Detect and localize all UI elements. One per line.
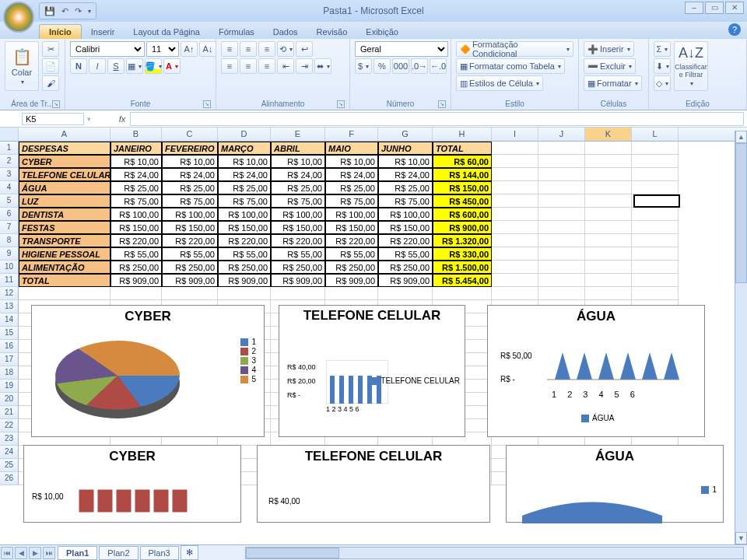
- font-size-select[interactable]: 11: [146, 41, 179, 57]
- qat-dropdown-icon[interactable]: ▾: [88, 8, 91, 15]
- merge-icon[interactable]: ⬌: [314, 58, 331, 74]
- scroll-down-icon[interactable]: ▼: [735, 532, 747, 544]
- orientation-icon[interactable]: ⟲: [277, 41, 294, 57]
- tab-nav-next[interactable]: ▶: [29, 547, 41, 559]
- font-name-select[interactable]: Calibri: [70, 41, 145, 57]
- chart-telefone[interactable]: TELEFONE CELULAR R$ 40,00 R$ 20,00 R$ - …: [279, 305, 465, 437]
- scrollbar-horizontal[interactable]: [245, 547, 744, 559]
- wrap-text-icon[interactable]: ↩: [296, 41, 313, 57]
- align-center-icon[interactable]: ≡: [240, 58, 257, 74]
- sheet-tab-plan1[interactable]: Plan1: [58, 546, 97, 560]
- col-head[interactable]: C: [162, 128, 218, 141]
- comma-icon[interactable]: 000: [392, 58, 409, 74]
- cell-styles-button[interactable]: ▥ Estilos de Célula: [456, 75, 543, 91]
- font-launcher[interactable]: ↘: [203, 100, 211, 108]
- col-head[interactable]: D: [218, 128, 271, 141]
- select-all-corner[interactable]: [0, 128, 19, 141]
- help-icon[interactable]: ?: [728, 23, 741, 36]
- align-top-icon[interactable]: ≡: [221, 41, 238, 57]
- tab-inicio[interactable]: Início: [39, 24, 82, 39]
- bold-button[interactable]: N: [70, 58, 87, 74]
- format-painter-icon[interactable]: 🖌: [42, 75, 59, 91]
- fx-icon[interactable]: fx: [114, 114, 130, 124]
- chart-cyber-bar[interactable]: CYBER R$ 10,00: [23, 445, 241, 523]
- tab-nav-last[interactable]: ⏭: [43, 547, 55, 559]
- name-box[interactable]: K5: [22, 113, 84, 125]
- align-bottom-icon[interactable]: ≡: [258, 41, 275, 57]
- scroll-thumb[interactable]: [246, 548, 339, 558]
- inc-decimal-icon[interactable]: .0→: [411, 58, 428, 74]
- chart-telefone-2[interactable]: TELEFONE CELULAR R$ 40,00: [257, 445, 490, 523]
- col-head[interactable]: J: [538, 128, 585, 141]
- shrink-font-icon[interactable]: A↓: [199, 41, 216, 57]
- col-head[interactable]: E: [271, 128, 325, 141]
- format-table-button[interactable]: ▦ Formatar como Tabela: [456, 58, 565, 74]
- format-cells-button[interactable]: ▦ Formatar: [584, 75, 642, 91]
- align-launcher[interactable]: ↘: [337, 100, 345, 108]
- active-cell[interactable]: [633, 194, 680, 208]
- fill-color-button[interactable]: 🪣: [145, 58, 162, 74]
- col-head[interactable]: I: [492, 128, 538, 141]
- cut-icon[interactable]: ✂: [42, 41, 59, 57]
- dec-decimal-icon[interactable]: ←.0: [430, 58, 447, 74]
- redo-icon[interactable]: ↷: [75, 6, 82, 16]
- col-head[interactable]: B: [110, 128, 162, 141]
- chart-agua-2[interactable]: ÁGUA 1: [506, 445, 724, 523]
- save-icon[interactable]: 💾: [44, 6, 55, 16]
- insert-cells-button[interactable]: ➕ Inserir: [584, 41, 634, 57]
- scroll-thumb[interactable]: [735, 143, 747, 283]
- align-left-icon[interactable]: ≡: [221, 58, 238, 74]
- tab-formulas[interactable]: Fórmulas: [209, 25, 264, 39]
- tab-nav-first[interactable]: ⏮: [1, 547, 13, 559]
- percent-icon[interactable]: %: [374, 58, 391, 74]
- number-launcher[interactable]: ↘: [438, 100, 446, 108]
- tab-nav-prev[interactable]: ◀: [15, 547, 27, 559]
- sheet-tab-plan2[interactable]: Plan2: [99, 546, 138, 560]
- indent-inc-icon[interactable]: ⇥: [296, 58, 313, 74]
- formula-input[interactable]: [130, 112, 744, 126]
- tab-dados[interactable]: Dados: [264, 25, 307, 39]
- col-head[interactable]: A: [19, 128, 110, 141]
- paste-button[interactable]: 📋Colar: [5, 41, 39, 91]
- clear-icon[interactable]: ◇: [654, 75, 671, 91]
- indent-dec-icon[interactable]: ⇤: [277, 58, 294, 74]
- sort-filter-button[interactable]: A↓ZClassificar e Filtrar: [674, 41, 708, 91]
- axis-tick: 3: [583, 390, 598, 399]
- sheet-tab-plan3[interactable]: Plan3: [140, 546, 179, 560]
- autosum-icon[interactable]: Σ: [654, 41, 671, 57]
- delete-cells-button[interactable]: ➖ Excluir: [584, 58, 636, 74]
- col-head[interactable]: G: [378, 128, 433, 141]
- copy-icon[interactable]: 📄: [42, 58, 59, 74]
- col-head[interactable]: K: [585, 128, 632, 141]
- maximize-button[interactable]: ▭: [705, 2, 724, 14]
- tab-revisao[interactable]: Revisão: [307, 25, 357, 39]
- underline-button[interactable]: S: [107, 58, 124, 74]
- col-head[interactable]: F: [325, 128, 378, 141]
- cond-format-button[interactable]: 🔶 Formatação Condicional: [456, 41, 573, 57]
- clipboard-launcher[interactable]: ↘: [52, 100, 60, 108]
- col-head[interactable]: L: [632, 128, 679, 141]
- align-middle-icon[interactable]: ≡: [240, 41, 257, 57]
- number-format-select[interactable]: Geral: [355, 41, 448, 57]
- fill-icon[interactable]: ⬇: [654, 58, 671, 74]
- align-right-icon[interactable]: ≡: [258, 58, 275, 74]
- italic-button[interactable]: I: [89, 58, 106, 74]
- grow-font-icon[interactable]: A↑: [181, 41, 198, 57]
- font-color-button[interactable]: A: [163, 58, 181, 74]
- chart-cyber-pie[interactable]: CYBER 1 2 3 4 5: [31, 305, 265, 437]
- undo-icon[interactable]: ↶: [61, 6, 68, 16]
- close-button[interactable]: ✕: [725, 2, 744, 14]
- tab-exibicao[interactable]: Exibição: [356, 25, 408, 39]
- scroll-up-icon[interactable]: ▲: [735, 131, 747, 143]
- tab-inserir[interactable]: Inserir: [82, 25, 124, 39]
- spreadsheet-grid[interactable]: A B C D E F G H I J K L 1DESPESASJANEIRO…: [0, 128, 747, 530]
- tab-layout[interactable]: Layout da Página: [124, 25, 209, 39]
- chart-agua[interactable]: ÁGUA R$ 50,00 R$ - 123456 ÁGUA: [487, 305, 705, 437]
- minimize-button[interactable]: –: [685, 2, 703, 14]
- currency-icon[interactable]: $: [355, 58, 372, 74]
- office-button[interactable]: [3, 2, 34, 33]
- border-button[interactable]: ▦: [126, 58, 143, 74]
- scrollbar-vertical[interactable]: ▲ ▼: [735, 131, 747, 544]
- col-head[interactable]: H: [433, 128, 492, 141]
- new-sheet-button[interactable]: ✻: [181, 545, 198, 560]
